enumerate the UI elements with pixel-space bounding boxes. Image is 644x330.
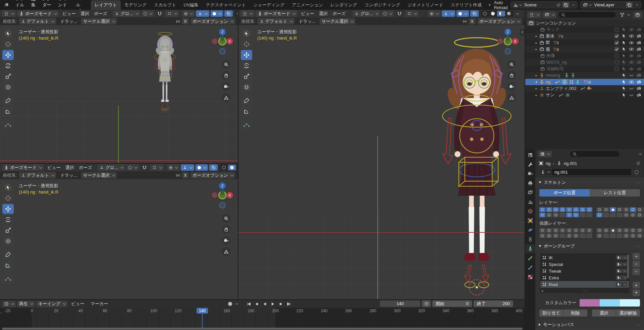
layer-toggle[interactable] — [603, 213, 609, 217]
hide-icon[interactable] — [628, 53, 635, 58]
datablock-type-button[interactable] — [539, 168, 551, 176]
move-group-up-button[interactable] — [633, 282, 640, 288]
outliner-row-collection[interactable]: ▸服▽8 — [525, 46, 644, 53]
selectable-icon[interactable] — [621, 92, 627, 98]
view-menu[interactable]: ビュー — [69, 300, 87, 308]
workspace-tab[interactable]: レイアウト — [91, 0, 121, 10]
jump-end-button[interactable] — [285, 300, 292, 307]
layer-toggle[interactable] — [566, 207, 572, 212]
properties-search-input[interactable] — [570, 151, 620, 157]
layer-toggle[interactable] — [580, 213, 586, 217]
layer-toggle[interactable] — [596, 213, 602, 217]
layer-toggle[interactable] — [630, 207, 636, 212]
drag-mode[interactable]: ドラッ... — [58, 172, 79, 178]
protected-layer-toggle[interactable] — [596, 228, 602, 233]
mirror-x-toggle[interactable]: X — [469, 18, 476, 24]
drag-mode[interactable]: ドラッ... — [297, 18, 318, 24]
remove-bone-group-button[interactable]: − — [633, 261, 640, 267]
gizmos-toggle[interactable] — [442, 10, 455, 17]
bone-group-row[interactable]: Tweak — [540, 268, 629, 274]
layer-toggle[interactable] — [610, 207, 616, 212]
tab-object[interactable] — [525, 216, 535, 225]
sidebar-collapse-tab[interactable] — [520, 29, 525, 36]
bone-group-specials-button[interactable] — [633, 268, 640, 275]
workspace-tab[interactable]: テクスチャペイント — [202, 0, 250, 10]
tab-view-layer[interactable] — [525, 188, 535, 197]
tweak-tool[interactable] — [241, 29, 252, 39]
protected-layer-toggle[interactable] — [546, 233, 552, 238]
camera-view-button[interactable] — [222, 236, 230, 245]
protected-layer-toggle[interactable] — [539, 233, 545, 238]
layer-toggle[interactable] — [553, 213, 559, 217]
annotate-tool[interactable] — [241, 96, 252, 106]
cursor-tool[interactable] — [2, 193, 14, 203]
shading-wireframe[interactable] — [220, 165, 228, 170]
snap-toggle[interactable] — [155, 10, 164, 17]
selectable-icon[interactable] — [621, 27, 627, 32]
protected-layer-toggle[interactable] — [580, 233, 586, 238]
protected-layer-toggle[interactable] — [637, 233, 643, 238]
layer-toggle[interactable] — [637, 213, 643, 217]
protected-layer-toggle[interactable] — [637, 228, 643, 233]
workspace-tab[interactable]: モデリング — [121, 0, 151, 10]
snap-settings[interactable] — [165, 10, 179, 17]
selectable-icon[interactable] — [621, 73, 627, 78]
color-set-dropdown[interactable] — [616, 262, 627, 267]
filter-button[interactable] — [618, 12, 632, 18]
shading-rendered[interactable] — [505, 11, 513, 16]
prev-keyframe-button[interactable] — [253, 300, 260, 307]
play-reverse-button[interactable] — [261, 300, 268, 307]
protected-layer-toggle[interactable] — [553, 233, 559, 238]
layer-toggle[interactable] — [546, 207, 552, 212]
annotate-tool[interactable] — [2, 96, 14, 106]
pin-icon[interactable] — [556, 3, 561, 7]
render-icon[interactable] — [636, 47, 642, 52]
measure-tool[interactable] — [2, 106, 14, 116]
editor-type-button[interactable] — [2, 10, 16, 17]
shading-solid[interactable] — [228, 165, 236, 170]
selectable-icon[interactable] — [621, 34, 627, 39]
timeline-expand-arrow[interactable]: › — [1, 311, 2, 315]
workspace-tab[interactable]: シェーディング — [250, 0, 288, 10]
pose-position-button[interactable]: ポーズ位置 — [539, 189, 590, 197]
outliner-row-collection[interactable]: モック — [525, 26, 644, 33]
tab-texture[interactable] — [525, 272, 535, 281]
pan-button[interactable] — [222, 71, 230, 80]
selectable-icon[interactable] — [621, 60, 627, 65]
shading-material[interactable] — [497, 11, 505, 16]
viewport-canvas[interactable]: ユーザー・透視投影 (140) rig : hand_ik.R — [0, 25, 238, 163]
transform-tool[interactable] — [241, 82, 252, 92]
selectable-icon[interactable] — [621, 66, 627, 71]
hide-icon[interactable] — [628, 86, 635, 91]
scale-tool[interactable] — [241, 71, 252, 81]
exclude-checkbox[interactable] — [613, 66, 620, 71]
end-frame-field[interactable]: 終了200 — [474, 300, 513, 307]
viewport-canvas[interactable]: ユーザー・透視投影 (140) rig : hand_ik.R — [238, 25, 525, 299]
deselect-button[interactable]: 選択解除 — [616, 310, 640, 317]
auto-keying-record-button[interactable] — [228, 302, 232, 306]
scene-selector[interactable]: Scene × — [511, 1, 578, 8]
pose-options[interactable]: ポーズオプション — [477, 18, 522, 24]
pan-button[interactable] — [222, 225, 230, 234]
use-preview-range-button[interactable] — [422, 300, 431, 307]
outliner-row-rig-active[interactable]: ▾rig ▽18 — [525, 79, 644, 86]
editor-type-button[interactable] — [527, 12, 541, 18]
move-tool[interactable] — [2, 204, 14, 214]
render-icon[interactable] — [636, 92, 642, 98]
proportional-editing[interactable] — [428, 10, 440, 17]
render-icon[interactable] — [636, 34, 642, 39]
bone-group-row[interactable]: Extra — [540, 274, 629, 281]
protected-layer-toggle[interactable] — [566, 228, 572, 233]
playback-menu[interactable]: 再生 — [17, 301, 35, 307]
layer-toggle[interactable] — [539, 213, 545, 217]
shading-material[interactable] — [236, 165, 238, 170]
tab-physics[interactable] — [525, 225, 535, 234]
outliner-row-collection[interactable]: ▸髪▽5 — [525, 40, 644, 46]
protected-layer-toggle[interactable] — [610, 228, 616, 233]
playhead[interactable]: 140 — [202, 308, 203, 328]
camera-view-button[interactable] — [507, 82, 516, 91]
breadcrumb-data[interactable]: rig.001 — [564, 161, 577, 166]
mode-selector[interactable]: ポーズモード — [17, 10, 59, 17]
protected-layer-toggle[interactable] — [573, 233, 579, 238]
workspace-tab[interactable]: アニメーション — [288, 0, 327, 10]
